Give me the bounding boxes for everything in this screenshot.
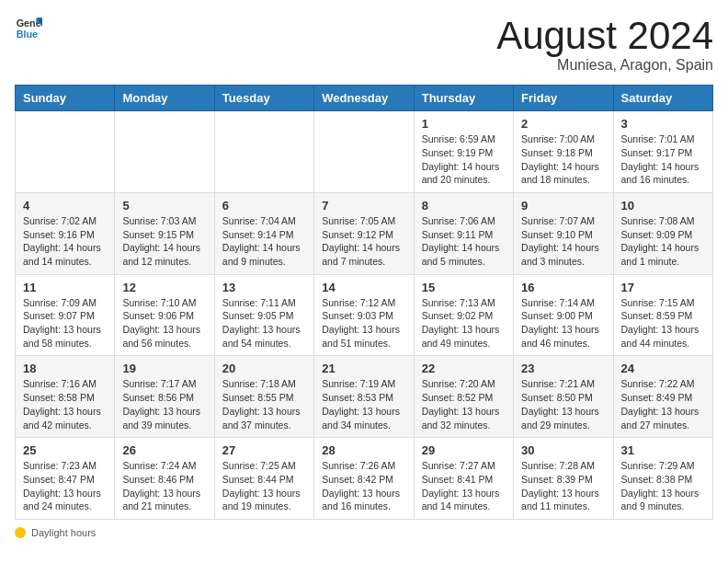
day-number: 21: [322, 362, 405, 375]
calendar-cell: 20Sunrise: 7:18 AM Sunset: 8:55 PM Dayli…: [214, 356, 313, 438]
calendar-cell: [214, 111, 313, 193]
weekday-header: Sunday: [16, 86, 115, 111]
day-number: 26: [122, 443, 206, 457]
day-info: Sunrise: 7:10 AM Sunset: 9:06 PM Dayligh…: [122, 296, 206, 350]
day-info: Sunrise: 7:26 AM Sunset: 8:42 PM Dayligh…: [322, 459, 405, 513]
calendar-cell: 16Sunrise: 7:14 AM Sunset: 9:00 PM Dayli…: [514, 274, 613, 356]
logo-icon: General Blue: [15, 15, 42, 42]
calendar-cell: 8Sunrise: 7:06 AM Sunset: 9:11 PM Daylig…: [414, 192, 513, 274]
day-number: 12: [122, 281, 206, 294]
calendar-cell: 18Sunrise: 7:16 AM Sunset: 8:58 PM Dayli…: [16, 356, 115, 438]
day-info: Sunrise: 7:05 AM Sunset: 9:12 PM Dayligh…: [322, 214, 405, 269]
day-number: 5: [122, 199, 206, 213]
day-info: Sunrise: 7:14 AM Sunset: 9:00 PM Dayligh…: [521, 296, 605, 350]
day-number: 24: [621, 362, 705, 375]
calendar-body: 1Sunrise: 6:59 AM Sunset: 9:19 PM Daylig…: [16, 111, 713, 520]
weekday-header: Wednesday: [314, 86, 414, 111]
day-info: Sunrise: 7:22 AM Sunset: 8:49 PM Dayligh…: [621, 377, 705, 431]
day-number: 22: [422, 362, 506, 375]
svg-text:Blue: Blue: [17, 29, 38, 40]
day-info: Sunrise: 7:13 AM Sunset: 9:02 PM Dayligh…: [422, 296, 506, 350]
calendar-cell: 7Sunrise: 7:05 AM Sunset: 9:12 PM Daylig…: [314, 192, 414, 274]
calendar-cell: 30Sunrise: 7:28 AM Sunset: 8:39 PM Dayli…: [514, 438, 613, 520]
main-title: August 2024: [496, 15, 713, 57]
calendar-cell: 19Sunrise: 7:17 AM Sunset: 8:56 PM Dayli…: [115, 356, 214, 438]
day-info: Sunrise: 7:02 AM Sunset: 9:16 PM Dayligh…: [23, 214, 107, 269]
calendar-cell: 4Sunrise: 7:02 AM Sunset: 9:16 PM Daylig…: [16, 192, 115, 274]
subtitle: Muniesa, Aragon, Spain: [496, 57, 713, 74]
day-number: 20: [222, 362, 306, 375]
calendar-cell: 6Sunrise: 7:04 AM Sunset: 9:14 PM Daylig…: [214, 192, 313, 274]
day-info: Sunrise: 6:59 AM Sunset: 9:19 PM Dayligh…: [422, 132, 506, 187]
calendar-cell: 27Sunrise: 7:25 AM Sunset: 8:44 PM Dayli…: [214, 438, 313, 520]
day-info: Sunrise: 7:17 AM Sunset: 8:56 PM Dayligh…: [122, 377, 206, 431]
logo: General Blue: [15, 15, 42, 42]
calendar-cell: 22Sunrise: 7:20 AM Sunset: 8:52 PM Dayli…: [414, 356, 513, 438]
calendar-cell: [115, 111, 214, 193]
weekday-header: Thursday: [414, 86, 513, 111]
day-info: Sunrise: 7:29 AM Sunset: 8:38 PM Dayligh…: [621, 459, 705, 513]
day-number: 10: [621, 199, 705, 213]
day-number: 8: [422, 199, 506, 213]
weekday-header: Monday: [115, 86, 214, 111]
day-info: Sunrise: 7:18 AM Sunset: 8:55 PM Dayligh…: [222, 377, 306, 431]
day-info: Sunrise: 7:03 AM Sunset: 9:15 PM Dayligh…: [122, 214, 206, 269]
calendar-cell: 17Sunrise: 7:15 AM Sunset: 8:59 PM Dayli…: [613, 274, 712, 356]
calendar-week-row: 25Sunrise: 7:23 AM Sunset: 8:47 PM Dayli…: [16, 438, 713, 520]
calendar-cell: 28Sunrise: 7:26 AM Sunset: 8:42 PM Dayli…: [314, 438, 414, 520]
day-info: Sunrise: 7:28 AM Sunset: 8:39 PM Dayligh…: [521, 459, 605, 513]
calendar-cell: 3Sunrise: 7:01 AM Sunset: 9:17 PM Daylig…: [613, 111, 712, 193]
calendar-cell: 5Sunrise: 7:03 AM Sunset: 9:15 PM Daylig…: [115, 192, 214, 274]
day-info: Sunrise: 7:09 AM Sunset: 9:07 PM Dayligh…: [23, 296, 107, 350]
day-number: 30: [521, 443, 605, 457]
day-number: 3: [621, 117, 705, 131]
calendar-cell: 13Sunrise: 7:11 AM Sunset: 9:05 PM Dayli…: [214, 274, 313, 356]
calendar-cell: 2Sunrise: 7:00 AM Sunset: 9:18 PM Daylig…: [514, 111, 613, 193]
day-info: Sunrise: 7:11 AM Sunset: 9:05 PM Dayligh…: [222, 296, 306, 350]
day-number: 17: [621, 281, 705, 294]
day-number: 6: [222, 199, 306, 213]
day-info: Sunrise: 7:27 AM Sunset: 8:41 PM Dayligh…: [422, 459, 506, 513]
calendar-cell: 10Sunrise: 7:08 AM Sunset: 9:09 PM Dayli…: [613, 192, 712, 274]
weekday-header: Tuesday: [214, 86, 313, 111]
day-number: 28: [322, 443, 405, 457]
calendar-table: SundayMondayTuesdayWednesdayThursdayFrid…: [15, 85, 713, 520]
footer-note: Daylight hours: [15, 527, 96, 538]
day-info: Sunrise: 7:20 AM Sunset: 8:52 PM Dayligh…: [422, 377, 506, 431]
calendar-week-row: 11Sunrise: 7:09 AM Sunset: 9:07 PM Dayli…: [16, 274, 713, 356]
day-number: 31: [621, 443, 705, 457]
day-info: Sunrise: 7:12 AM Sunset: 9:03 PM Dayligh…: [322, 296, 405, 350]
header: General Blue August 2024 Muniesa, Aragon…: [15, 15, 713, 74]
day-number: 13: [222, 281, 306, 294]
day-info: Sunrise: 7:25 AM Sunset: 8:44 PM Dayligh…: [222, 459, 306, 513]
day-number: 15: [422, 281, 506, 294]
sun-icon: [15, 527, 26, 538]
day-number: 14: [322, 281, 405, 294]
day-info: Sunrise: 7:07 AM Sunset: 9:10 PM Dayligh…: [521, 214, 605, 269]
weekday-header: Friday: [514, 86, 613, 111]
calendar-cell: [314, 111, 414, 193]
calendar-cell: 24Sunrise: 7:22 AM Sunset: 8:49 PM Dayli…: [613, 356, 712, 438]
calendar-week-row: 4Sunrise: 7:02 AM Sunset: 9:16 PM Daylig…: [16, 192, 713, 274]
day-number: 4: [23, 199, 107, 213]
weekday-header: Saturday: [613, 86, 712, 111]
calendar-week-row: 18Sunrise: 7:16 AM Sunset: 8:58 PM Dayli…: [16, 356, 713, 438]
weekday-header-row: SundayMondayTuesdayWednesdayThursdayFrid…: [16, 86, 713, 111]
day-info: Sunrise: 7:23 AM Sunset: 8:47 PM Dayligh…: [23, 459, 107, 513]
day-number: 9: [521, 199, 605, 213]
day-info: Sunrise: 7:06 AM Sunset: 9:11 PM Dayligh…: [422, 214, 506, 269]
calendar-cell: 1Sunrise: 6:59 AM Sunset: 9:19 PM Daylig…: [414, 111, 513, 193]
day-info: Sunrise: 7:08 AM Sunset: 9:09 PM Dayligh…: [621, 214, 705, 269]
day-number: 27: [222, 443, 306, 457]
calendar-week-row: 1Sunrise: 6:59 AM Sunset: 9:19 PM Daylig…: [16, 111, 713, 193]
day-number: 25: [23, 443, 107, 457]
day-info: Sunrise: 7:01 AM Sunset: 9:17 PM Dayligh…: [621, 132, 705, 187]
calendar-cell: 14Sunrise: 7:12 AM Sunset: 9:03 PM Dayli…: [314, 274, 414, 356]
calendar-cell: 26Sunrise: 7:24 AM Sunset: 8:46 PM Dayli…: [115, 438, 214, 520]
day-number: 19: [122, 362, 206, 375]
daylight-label: Daylight hours: [31, 527, 96, 538]
calendar-cell: [16, 111, 115, 193]
day-number: 7: [322, 199, 405, 213]
calendar-cell: 25Sunrise: 7:23 AM Sunset: 8:47 PM Dayli…: [16, 438, 115, 520]
calendar-cell: 29Sunrise: 7:27 AM Sunset: 8:41 PM Dayli…: [414, 438, 513, 520]
